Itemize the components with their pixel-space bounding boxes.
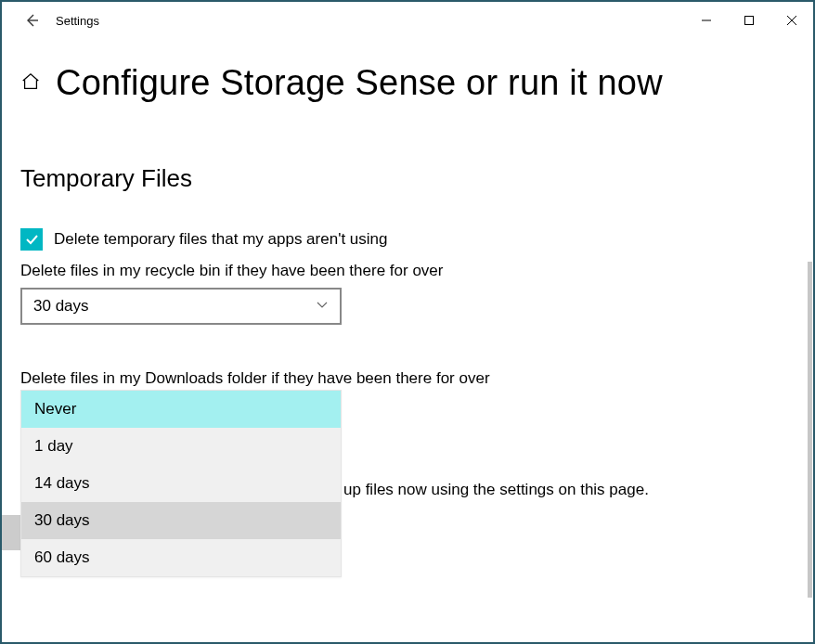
maximize-icon: [744, 15, 755, 26]
back-button[interactable]: [13, 2, 50, 39]
home-icon-svg: [20, 71, 41, 92]
dropdown-option[interactable]: 30 days: [21, 502, 341, 539]
page-title: Configure Storage Sense or run it now: [56, 63, 663, 103]
close-icon: [786, 15, 797, 26]
svg-rect-0: [745, 17, 754, 25]
scrollbar[interactable]: [808, 262, 812, 598]
header: Configure Storage Sense or run it now: [20, 63, 795, 103]
content: Configure Storage Sense or run it now Te…: [2, 63, 813, 388]
dropdown-option[interactable]: 14 days: [21, 465, 341, 502]
dropdown-option[interactable]: 1 day: [21, 428, 341, 465]
minimize-button[interactable]: [685, 2, 728, 39]
app-title: Settings: [56, 14, 99, 28]
recycle-bin-label: Delete files in my recycle bin if they h…: [20, 262, 795, 280]
close-button[interactable]: [770, 2, 813, 39]
freeup-hint-tail: up files now using the settings on this …: [343, 481, 649, 499]
checkmark-icon: [24, 232, 39, 247]
titlebar: Settings: [2, 2, 813, 39]
window-controls: [685, 2, 813, 39]
arrow-left-icon: [24, 13, 39, 28]
maximize-button[interactable]: [728, 2, 770, 39]
temp-files-checkbox[interactable]: [20, 228, 43, 251]
downloads-label: Delete files in my Downloads folder if t…: [20, 369, 795, 388]
temp-files-checkbox-label: Delete temporary files that my apps aren…: [54, 230, 387, 249]
downloads-select-dropdown[interactable]: Never1 day14 days30 days60 days: [20, 390, 342, 577]
recycle-bin-select[interactable]: 30 days: [20, 288, 342, 325]
temp-files-checkbox-row: Delete temporary files that my apps aren…: [20, 228, 795, 251]
dropdown-option[interactable]: Never: [21, 391, 341, 428]
recycle-bin-select-value: 30 days: [33, 297, 89, 316]
minimize-icon: [701, 15, 712, 26]
chevron-down-icon: [316, 297, 329, 316]
dropdown-option[interactable]: 60 days: [21, 539, 341, 576]
home-icon[interactable]: [20, 71, 41, 96]
section-title: Temporary Files: [20, 164, 795, 193]
